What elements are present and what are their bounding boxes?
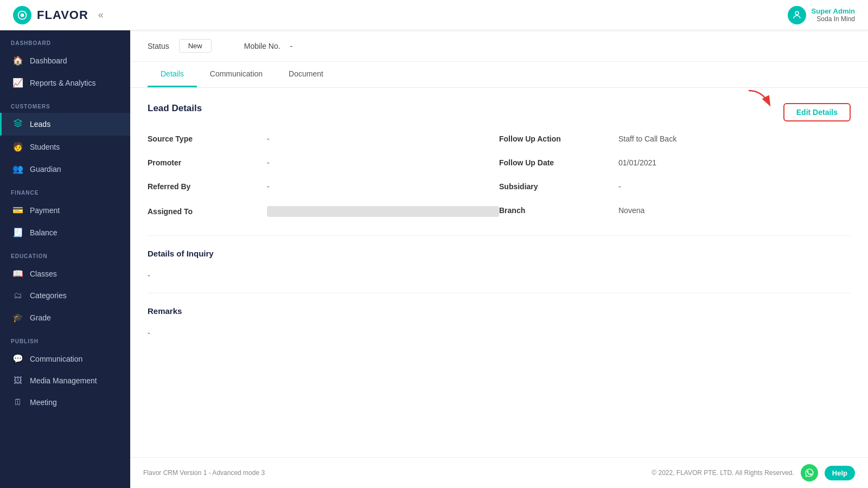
logo-icon	[13, 6, 31, 24]
payment-icon: 💳	[12, 205, 23, 215]
sidebar-label-customers: CUSTOMERS	[0, 94, 130, 113]
details-left: Source Type - Promoter - Referred By -	[148, 127, 499, 224]
logo-text: FLAVOR	[37, 8, 88, 22]
detail-row-promoter: Promoter -	[148, 151, 499, 175]
followup-date-label: Follow Up Date	[499, 158, 618, 167]
sidebar-item-dashboard[interactable]: 🏠 Dashboard	[0, 49, 130, 72]
mobile-field: Mobile No. -	[244, 42, 293, 50]
user-info: Super Admin Soda In Mind	[812, 7, 855, 23]
inquiry-title: Details of Inquiry	[148, 249, 851, 258]
whatsapp-button[interactable]	[801, 464, 818, 481]
sidebar-item-label: Dashboard	[30, 56, 67, 65]
detail-row-source-type: Source Type -	[148, 127, 499, 151]
sidebar-label-dashboard: DASHBOARD	[0, 30, 130, 49]
subsidiary-value: -	[618, 182, 851, 191]
user-area: Super Admin Soda In Mind	[788, 6, 855, 24]
followup-action-label: Follow Up Action	[499, 134, 618, 143]
branch-label: Branch	[499, 206, 618, 215]
lead-details-section: Lead Details Edit Details	[130, 88, 868, 235]
source-type-value: -	[267, 134, 499, 143]
footer: Flavor CRM Version 1 - Advanced mode 3 ©…	[130, 457, 868, 488]
mobile-label: Mobile No.	[244, 42, 280, 50]
red-arrow-icon	[743, 88, 776, 115]
sidebar-item-label: Balance	[30, 228, 58, 237]
sidebar-item-communication[interactable]: 💬 Communication	[0, 348, 130, 370]
home-icon: 🏠	[12, 55, 23, 66]
reports-icon: 📈	[12, 78, 23, 88]
sidebar-section-education: EDUCATION 📖 Classes 🗂 Categories 🎓 Grade	[0, 243, 130, 329]
edit-details-button[interactable]: Edit Details	[783, 103, 851, 121]
svg-point-2	[795, 11, 799, 15]
status-badge: New	[179, 39, 212, 53]
sidebar-item-guardian[interactable]: 👥 Guardian	[0, 158, 130, 180]
grade-icon: 🎓	[12, 312, 23, 323]
detail-row-followup-action: Follow Up Action Staff to Call Back	[499, 127, 851, 151]
sidebar-label-finance: FINANCE	[0, 180, 130, 199]
remarks-value: -	[148, 329, 851, 337]
sidebar-item-classes[interactable]: 📖 Classes	[0, 262, 130, 285]
detail-row-referred: Referred By -	[148, 175, 499, 198]
promoter-label: Promoter	[148, 158, 267, 167]
sidebar-item-leads[interactable]: Leads	[0, 113, 130, 136]
collapse-icon[interactable]: «	[98, 9, 104, 21]
sidebar-item-label: Guardian	[30, 165, 61, 174]
footer-version: Flavor CRM Version 1 - Advanced mode 3	[143, 469, 265, 477]
sidebar-section-publish: PUBLISH 💬 Communication 🖼 Media Manageme…	[0, 329, 130, 413]
sidebar-item-label: Classes	[30, 269, 57, 278]
app-body: DASHBOARD 🏠 Dashboard 📈 Reports & Analyt…	[0, 30, 868, 488]
referred-label: Referred By	[148, 182, 267, 191]
user-name: Super Admin	[812, 7, 855, 15]
details-right: Follow Up Action Staff to Call Back Foll…	[499, 127, 851, 224]
balance-icon: 🧾	[12, 227, 23, 237]
sidebar-item-balance[interactable]: 🧾 Balance	[0, 221, 130, 243]
top-navigation: FLAVOR « Super Admin Soda In Mind	[0, 0, 868, 30]
sidebar-item-meeting[interactable]: 🗓 Meeting	[0, 391, 130, 413]
status-row: Status New Mobile No. -	[130, 30, 868, 62]
sidebar-label-education: EDUCATION	[0, 243, 130, 262]
sidebar-item-payment[interactable]: 💳 Payment	[0, 199, 130, 221]
mobile-value: -	[290, 42, 293, 50]
user-avatar	[788, 6, 806, 24]
sidebar: DASHBOARD 🏠 Dashboard 📈 Reports & Analyt…	[0, 30, 130, 488]
followup-action-value: Staff to Call Back	[618, 134, 851, 143]
sidebar-section-finance: FINANCE 💳 Payment 🧾 Balance	[0, 180, 130, 243]
sidebar-item-label: Media Management	[30, 376, 97, 385]
sidebar-item-students[interactable]: 🧑 Students	[0, 136, 130, 158]
tab-document[interactable]: Document	[276, 62, 336, 87]
sidebar-section-dashboard: DASHBOARD 🏠 Dashboard 📈 Reports & Analyt…	[0, 30, 130, 94]
detail-row-assigned: Assigned To ██████	[148, 198, 499, 224]
media-icon: 🖼	[12, 376, 23, 386]
communication-icon: 💬	[12, 354, 23, 364]
assigned-value: ██████	[267, 206, 499, 217]
detail-row-subsidiary: Subsidiary -	[499, 175, 851, 198]
students-icon: 🧑	[12, 142, 23, 152]
inquiry-section: Details of Inquiry -	[130, 236, 868, 293]
sidebar-item-reports[interactable]: 📈 Reports & Analytics	[0, 72, 130, 94]
classes-icon: 📖	[12, 268, 23, 279]
meeting-icon: 🗓	[12, 397, 23, 407]
detail-row-branch: Branch Novena	[499, 198, 851, 222]
sidebar-item-media[interactable]: 🖼 Media Management	[0, 370, 130, 391]
footer-right: © 2022, FLAVOR PTE. LTD. All Rights Rese…	[652, 464, 855, 481]
logo-area: FLAVOR «	[13, 6, 104, 24]
tab-details[interactable]: Details	[148, 62, 197, 87]
sidebar-item-label: Reports & Analytics	[30, 79, 95, 87]
branch-value: Novena	[618, 206, 851, 215]
help-button[interactable]: Help	[825, 466, 855, 480]
detail-row-followup-date: Follow Up Date 01/01/2021	[499, 151, 851, 175]
sidebar-item-label: Grade	[30, 313, 51, 322]
sidebar-item-categories[interactable]: 🗂 Categories	[0, 285, 130, 306]
sidebar-item-label: Categories	[30, 291, 67, 300]
svg-point-1	[21, 13, 24, 17]
followup-date-value: 01/01/2021	[618, 158, 851, 167]
inquiry-value: -	[148, 271, 851, 280]
user-org: Soda In Mind	[812, 15, 855, 23]
sidebar-item-label: Leads	[30, 120, 50, 129]
tab-communication[interactable]: Communication	[197, 62, 276, 87]
sidebar-item-grade[interactable]: 🎓 Grade	[0, 306, 130, 329]
status-label: Status	[148, 42, 169, 50]
status-field: Status New	[148, 39, 212, 53]
footer-copyright: © 2022, FLAVOR PTE. LTD. All Rights Rese…	[652, 469, 794, 477]
sidebar-item-label: Students	[30, 143, 60, 151]
content-card: Status New Mobile No. - Details Communic…	[130, 30, 868, 457]
